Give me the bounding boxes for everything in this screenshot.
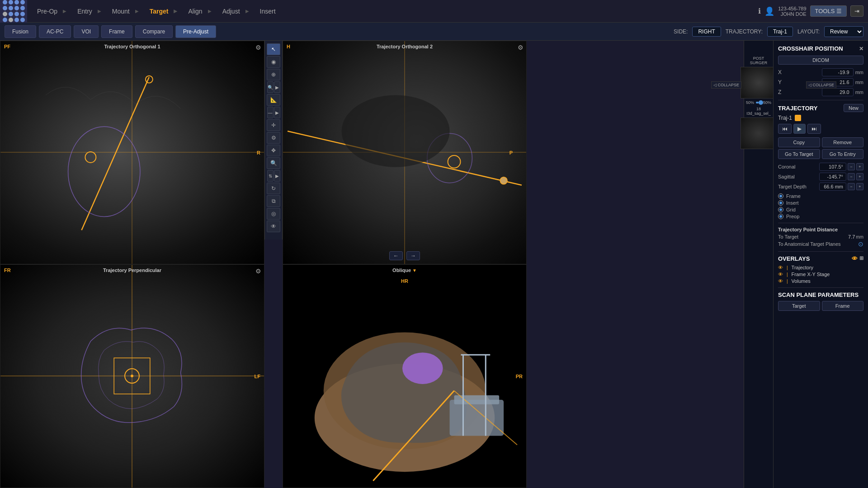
nav-step-align[interactable]: Align <box>183 0 217 23</box>
mini-scan-thumb[interactable] <box>741 67 777 99</box>
tool-cursor[interactable]: ↖ <box>267 43 280 55</box>
nav-step-insert[interactable]: Insert <box>255 0 281 23</box>
trajectory-value: Traj-1 <box>767 27 793 37</box>
slider-bar[interactable] <box>756 102 761 103</box>
nav-step-entry[interactable]: Entry <box>72 0 107 23</box>
sagittal-plus[interactable]: + <box>856 173 863 180</box>
overlay-eye-all[interactable]: 👁 <box>852 255 858 262</box>
sub-btn-fusion[interactable]: Fusion <box>5 25 36 38</box>
viewport-label-3d: Oblique ▼ <box>392 267 417 273</box>
overlays-icons: 👁 ⊞ <box>852 255 863 262</box>
tools-button[interactable]: TOOLS ☰ <box>810 5 847 17</box>
overlay-framexy-label: Frame X-Y Stage <box>792 272 830 277</box>
copy-button[interactable]: Copy <box>778 137 820 147</box>
nav-left-btn[interactable]: ← <box>389 251 403 260</box>
depth-plus[interactable]: + <box>856 183 863 190</box>
svg-point-17 <box>131 375 133 377</box>
mini-scan-thumb2[interactable] <box>741 117 777 149</box>
viewport-area: Trajectory Orthogonal 1 PF R ⚙ <box>0 41 744 488</box>
scan-buttons: Target Frame <box>778 301 863 311</box>
overlay-expand[interactable]: ⊞ <box>859 255 863 262</box>
tool-ruler[interactable]: 📐 <box>267 94 280 106</box>
tool-scroll[interactable]: ⇅ <box>267 170 274 182</box>
tool-eye[interactable]: 👁 <box>267 221 280 232</box>
sagittal-minus[interactable]: − <box>848 173 855 180</box>
viewport-settings-ortho1[interactable]: ⚙ <box>255 44 261 51</box>
nav-step-mount[interactable]: Mount <box>107 0 144 23</box>
remove-button[interactable]: Remove <box>822 137 864 147</box>
scan-frame-btn[interactable]: Frame <box>822 301 864 311</box>
trajectory-lines-ortho1 <box>0 41 264 264</box>
tool-zoom-expand[interactable]: ▶ <box>274 81 280 93</box>
tool-snap[interactable]: ◎ <box>267 208 280 220</box>
go-to-entry-button[interactable]: Go To Entry <box>822 149 864 159</box>
tool-rotate[interactable]: ↻ <box>267 183 280 194</box>
viewport-perp[interactable]: Trajectory Perpendicular FR LF ⚙ <box>0 264 264 488</box>
overlay-eye-volumes[interactable]: 👁 <box>778 278 783 284</box>
cb-frame[interactable] <box>778 193 783 199</box>
sub-btn-acpc[interactable]: AC-PC <box>39 25 71 38</box>
target-depth-value: 66.6 mm <box>819 183 846 191</box>
new-trajectory-button[interactable]: New <box>844 104 863 112</box>
sub-btn-preadjust[interactable]: Pre-Adjust <box>175 25 216 38</box>
tool-scroll-zoom[interactable]: 🔍 <box>267 157 280 169</box>
sub-btn-frame[interactable]: Frame <box>101 25 132 38</box>
dicom-button[interactable]: DICOM <box>778 56 863 65</box>
main-area: Trajectory Orthogonal 1 PF R ⚙ <box>0 41 868 488</box>
depth-minus[interactable]: − <box>848 183 855 190</box>
coronal-minus[interactable]: − <box>848 163 855 170</box>
nav-step-adjust[interactable]: Adjust <box>217 0 255 23</box>
viewport-ortho1[interactable]: Trajectory Orthogonal 1 PF R ⚙ <box>0 41 264 264</box>
collapse-btn-right[interactable]: ◁ COLLAPSE <box>806 81 836 89</box>
tool-copy[interactable]: ⧉ <box>267 195 280 207</box>
nav-step-target[interactable]: Target <box>144 0 183 23</box>
viewport-3d[interactable]: Oblique ▼ HR PR <box>283 264 527 488</box>
collapse-btn-left[interactable]: ◁ COLLAPSE <box>711 81 741 89</box>
nav-right-btn[interactable]: → <box>406 251 420 260</box>
tool-pan[interactable]: ✥ <box>267 145 280 156</box>
main-right-panel: CROSSHAIR POSITION ✕ DICOM X -19.9 mm Y … <box>773 41 868 488</box>
overlay-eye-trajectory[interactable]: 👁 <box>778 265 783 270</box>
sub-btn-voi[interactable]: VOI <box>74 25 99 38</box>
tool-measure-expand[interactable]: ▶ <box>274 107 280 118</box>
tool-scroll-expand[interactable]: ▶ <box>274 170 280 182</box>
trajectory-lines-perp <box>0 265 264 488</box>
target-depth-label: Target Depth <box>778 184 807 189</box>
traj-play-btn[interactable]: ▶ <box>793 124 806 134</box>
viewport-label-perp: Trajectory Perpendicular <box>103 267 161 273</box>
coronal-plus[interactable]: + <box>856 163 863 170</box>
tool-zoom[interactable]: 🔍 <box>267 81 274 93</box>
brain-scan-3d <box>283 265 526 488</box>
crosshair-collapse[interactable]: ✕ <box>859 46 863 52</box>
layout-select[interactable]: Review Standard <box>824 26 863 37</box>
nav-steps: Pre-Op Entry Mount Target Align Adjust I… <box>27 0 754 23</box>
traj-rewind-btn[interactable]: ⏮ <box>778 124 792 134</box>
scan-target-btn[interactable]: Target <box>778 301 820 311</box>
trajectory-color-swatch[interactable] <box>795 115 801 121</box>
to-anatomical-row: To Anatomical Target Planes ⊙ <box>778 240 863 248</box>
traj-forward-btn[interactable]: ⏭ <box>807 124 821 134</box>
nav-step-preop[interactable]: Pre-Op <box>32 0 72 23</box>
to-anatomical-btn[interactable]: ⊙ <box>858 240 863 248</box>
oblique-dropdown[interactable]: Oblique ▼ <box>392 267 417 273</box>
go-to-target-button[interactable]: Go To Target <box>778 149 820 159</box>
cb-preop[interactable] <box>778 214 783 219</box>
cb-grid[interactable] <box>778 207 783 212</box>
viewport-settings-ortho2[interactable]: ⚙ <box>518 44 524 51</box>
to-target-row: To Target 7.7 mm <box>778 234 863 239</box>
exit-button[interactable]: ⇥ <box>850 5 863 17</box>
sub-btn-compare[interactable]: Compare <box>135 25 173 38</box>
tool-circle[interactable]: ◉ <box>267 56 280 68</box>
tool-measure[interactable]: — <box>267 107 274 118</box>
right-mini-panel: ◁ COLLAPSE ◁ COLLAPSE POST SURGER 50% 50… <box>744 41 773 488</box>
cb-insert[interactable] <box>778 200 783 206</box>
overlay-eye-framexy[interactable]: 👁 <box>778 272 783 277</box>
tool-zoom-in[interactable]: ⊕ <box>267 69 280 80</box>
viewport-ortho2[interactable]: Trajectory Orthogonal 2 H P ⚙ ← → <box>283 41 527 264</box>
tool-crosshair[interactable]: ✛ <box>267 119 280 131</box>
crosshair-title-text: CROSSHAIR POSITION <box>778 45 843 52</box>
tool-adjust[interactable]: ⚙ <box>267 132 280 144</box>
target-depth-value-box: 66.6 mm − + <box>819 183 863 191</box>
viewport-settings-perp[interactable]: ⚙ <box>255 267 261 275</box>
traj-dist-section: Trajectory Point Distance To Target 7.7 … <box>778 227 863 248</box>
